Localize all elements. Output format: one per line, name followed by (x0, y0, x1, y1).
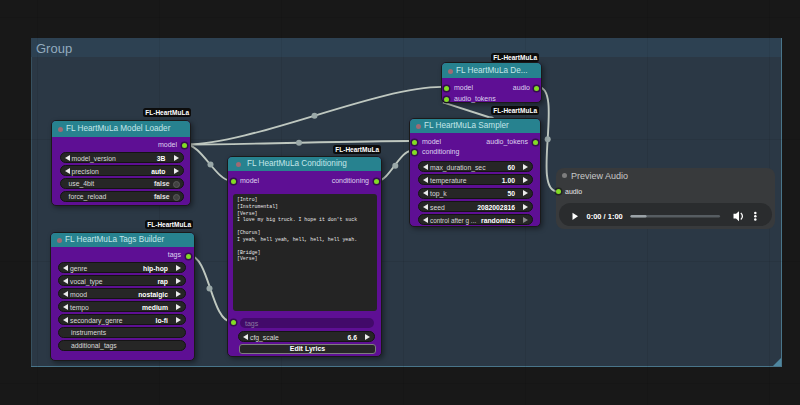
svg-text:0:00 / 1:00: 0:00 / 1:00 (587, 212, 623, 221)
